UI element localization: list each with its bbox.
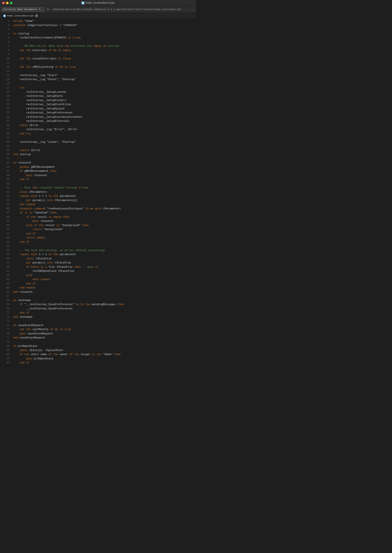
- line-number: 39: [3, 178, 9, 182]
- code-line: on shutdown: [13, 298, 196, 303]
- code-line: revInternal__Log "Enter", "Startup": [13, 77, 196, 82]
- code-line: return empty: [13, 236, 196, 240]
- path-chevron-icon: ⌄: [193, 8, 194, 11]
- line-number: 46: [3, 207, 9, 211]
- code-line: -- Pass the relaunch request through a h…: [13, 186, 196, 190]
- gear-icon[interactable]: ⚙: [46, 7, 49, 12]
- line-number: 29: [3, 136, 9, 140]
- code-line: end if: [13, 311, 196, 315]
- code-line: set the cantModify of me to true: [13, 328, 196, 332]
- line-number: 45: [3, 203, 9, 207]
- line-number: 10: [3, 57, 9, 61]
- line-number: 8: [3, 48, 9, 53]
- window-title: 📄 home.livecodescript: [81, 1, 115, 5]
- code-line: end if: [13, 178, 196, 182]
- code-line: end relaunch: [13, 290, 196, 294]
- line-number: 72: [3, 315, 9, 319]
- code-line: on saveStackRequest: [13, 324, 196, 328]
- line-number: 62: [3, 274, 9, 278]
- code-line: end shutdown: [13, 315, 196, 319]
- line-number: 81: [3, 353, 9, 357]
- line-number: 41: [3, 186, 9, 190]
- code-line: -- MW-2011-03-13: Make sure the external…: [13, 44, 196, 48]
- code-line: on startup: [13, 32, 196, 36]
- line-number: 51: [3, 228, 9, 232]
- line-number: 38: [3, 173, 9, 178]
- minimize-button[interactable]: [6, 2, 8, 4]
- line-number: 7: [3, 44, 9, 48]
- line-number: 36: [3, 165, 9, 169]
- code-line: constant kImportantTextColor = "#569e54": [13, 23, 196, 28]
- line-number: 80: [3, 348, 9, 353]
- line-number: 79: [3, 344, 9, 348]
- line-number: 59: [3, 261, 9, 265]
- maximize-button[interactable]: [10, 2, 12, 4]
- code-line: try: [13, 86, 196, 90]
- toolbar: Currently Open Documents ▼ ⚙ ~/Desktop/H…: [0, 6, 196, 13]
- line-number: 52: [3, 232, 9, 236]
- line-number: 73: [3, 319, 9, 324]
- document-selector[interactable]: Currently Open Documents ▼: [2, 7, 44, 12]
- line-number: 27: [3, 128, 9, 132]
- line-number: 50: [3, 223, 9, 228]
- code-line: if "__revInternal_SavePreferences" is in…: [13, 303, 196, 307]
- line-number: 61: [3, 269, 9, 274]
- code-line: catch tError: [13, 124, 196, 128]
- code-line: repeat with x = 1 to the paramCount: [13, 194, 196, 199]
- line-number: 22: [3, 107, 9, 111]
- code-line: revSetTestEnvironment($TRAVIS is true): [13, 36, 196, 40]
- tab-close-button[interactable]: ×: [35, 14, 38, 17]
- code-line: end repeat: [13, 286, 196, 290]
- line-number: 58: [3, 257, 9, 261]
- code-line: revInternal__SetupCustomizationPath: [13, 115, 196, 119]
- code-line: revInternal__Log "Leave", "Startup": [13, 140, 196, 145]
- line-number: 23: [3, 111, 9, 115]
- code-line: script "home": [13, 19, 196, 23]
- line-number: 35: [3, 161, 9, 165]
- code-line: set the allowInterrupts to false: [13, 57, 196, 61]
- tab-home-livecodescript[interactable]: 📄 home.livecodescript ×: [1, 13, 40, 19]
- code-line: revIDEOpenStack tStackFile: [13, 269, 196, 274]
- line-number: 82: [3, 357, 9, 361]
- code-line: revInternal__Log "Start": [13, 74, 196, 78]
- line-number: 66: [3, 290, 9, 294]
- tab-file-icon: 📄: [3, 14, 6, 17]
- code-line: put param(x) into tStackFile: [13, 261, 196, 265]
- line-number: 28: [3, 132, 9, 136]
- code-line: if the short name of the owner of the ta…: [13, 353, 196, 357]
- code-line: return tError: [13, 149, 196, 153]
- code-line: repeat with x = 1 to the paramcount: [13, 253, 196, 257]
- line-number: 76: [3, 332, 9, 336]
- line-number: 18: [3, 90, 9, 94]
- code-line: if there is a file tStackFile then -- op…: [13, 265, 196, 270]
- file-path: ~/Desktop/Haxxxxx/RM/LiveCode Community …: [51, 8, 191, 11]
- tab-label: home.livecodescript: [7, 14, 34, 17]
- line-number: 34: [3, 157, 9, 161]
- line-number: 15: [3, 77, 9, 82]
- close-button[interactable]: [2, 2, 5, 4]
- line-number: 69: [3, 303, 9, 307]
- code-line: [13, 182, 196, 186]
- editor-gutter: [0, 19, 3, 365]
- code-line: [13, 294, 196, 298]
- line-number: 13: [3, 69, 9, 74]
- line-number: 64: [3, 282, 9, 286]
- line-number: 44: [3, 199, 9, 203]
- code-line: revInternal__SetupLicense: [13, 90, 196, 94]
- code-line: revInternal__SetupPaths: [13, 94, 196, 98]
- line-number: 49: [3, 219, 9, 223]
- line-number: 55: [3, 244, 9, 249]
- code-line: if the result is empty then: [13, 215, 196, 220]
- line-number: 63: [3, 277, 9, 282]
- code-line: local tStackFile: [13, 257, 196, 261]
- code-area[interactable]: script "home"constant kImportantTextColo…: [11, 19, 196, 365]
- line-number: 37: [3, 169, 9, 173]
- line-number: 42: [3, 190, 9, 194]
- code-line: [13, 82, 196, 86]
- code-line: pass saveStackRequest: [13, 332, 196, 336]
- line-number: 24: [3, 115, 9, 119]
- code-line: [13, 319, 196, 324]
- line-number: 65: [3, 286, 9, 290]
- code-line: end if: [13, 361, 196, 365]
- line-number: 30: [3, 140, 9, 145]
